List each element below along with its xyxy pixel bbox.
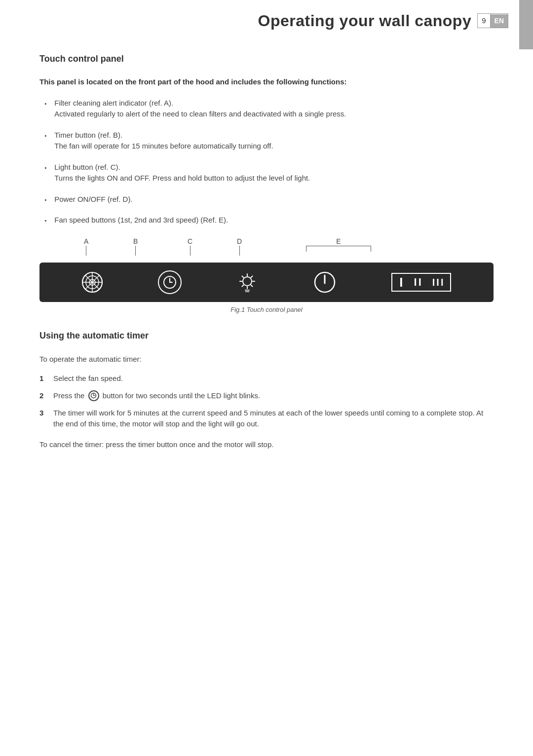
timer-steps: 1 Select the fan speed. 2 Press the [39,373,494,430]
svg-line-18 [242,285,244,286]
svg-line-15 [242,276,244,277]
content-area: Touch control panel This panel is locate… [0,38,533,478]
bullet-text-a: Filter cleaning alert indicator (ref. A)… [54,98,346,120]
touch-panel-title: Touch control panel [39,52,494,66]
timer-intro: To operate the automatic timer: [39,353,494,365]
header: Operating your wall canopy 9 EN [0,0,533,38]
step3-text: The timer will work for 5 minutes at the… [53,408,494,430]
list-item: Fan speed buttons (1st, 2nd and 3rd spee… [39,215,494,226]
timer-title: Using the automatic timer [39,329,494,342]
list-item: Power ON/OFF (ref. D). [39,194,494,205]
list-item: 3 The timer will work for 5 minutes at t… [39,408,494,430]
speed1-button: I [399,276,403,289]
inline-timer-icon [88,390,99,401]
page: Operating your wall canopy 9 EN Touch co… [0,0,533,756]
touch-panel-section: Touch control panel This panel is locate… [39,52,494,314]
page-title: Operating your wall canopy [258,9,472,33]
svg-line-16 [251,285,253,286]
control-panel: I II III [39,263,494,302]
speed3-button: III [432,277,444,287]
step2-text: Press the button for two seconds until t… [53,390,260,402]
list-item: 2 Press the button for two seconds until… [39,390,494,402]
bullet-text-e: Fan speed buttons (1st, 2nd and 3rd spee… [54,215,228,226]
bullet-text-d: Power ON/OFF (ref. D). [54,194,132,205]
page-badge: 9 EN [477,13,508,29]
bullet-text-c: Light button (ref. C). Turns the lights … [54,162,310,184]
page-lang: EN [491,14,508,28]
label-d: D [237,238,242,256]
list-item: 1 Select the fan speed. [39,373,494,384]
features-list: Filter cleaning alert indicator (ref. A)… [39,98,494,226]
power-button [313,270,337,294]
svg-line-17 [251,276,253,277]
cancel-text: To cancel the timer: press the timer but… [39,439,494,451]
diagram-container: A B C D [39,238,494,315]
label-b: B [133,238,138,256]
timer-button [158,270,182,294]
list-item: Light button (ref. C). Turns the lights … [39,162,494,184]
light-button [236,271,258,293]
filter-button [81,271,103,293]
speed2-button: II [414,277,421,288]
diagram-caption: Fig.1 Touch control panel [39,305,494,315]
speed-group: I II III [391,273,451,292]
step1-text: Select the fan speed. [53,373,123,384]
label-a: A [84,238,88,256]
timer-section: Using the automatic timer To operate the… [39,329,494,451]
bullet-text-b: Timer button (ref. B). The fan will oper… [54,130,273,152]
svg-point-10 [243,277,252,286]
label-e: E [306,238,371,252]
label-c: C [188,238,192,256]
touch-panel-subtitle: This panel is located on the front part … [39,76,494,88]
press-the-text: Press the [53,391,84,400]
list-item: Filter cleaning alert indicator (ref. A)… [39,98,494,120]
page-number: 9 [478,14,490,28]
list-item: Timer button (ref. B). The fan will oper… [39,130,494,152]
